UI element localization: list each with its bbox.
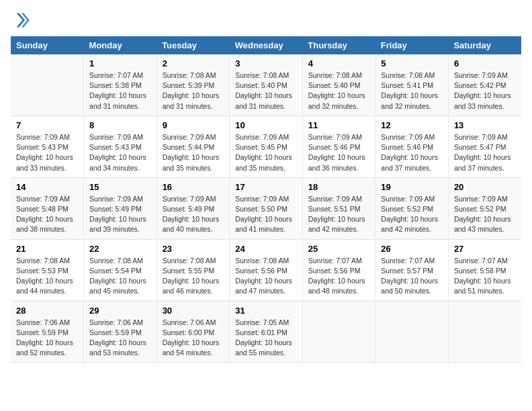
cell-content: Sunrise: 7:08 AMSunset: 5:41 PMDaylight:… (381, 71, 443, 111)
cell-content: Sunrise: 7:07 AMSunset: 5:58 PMDaylight:… (454, 256, 516, 297)
day-number: 19 (381, 182, 443, 192)
day-number: 27 (454, 244, 516, 254)
cell-content: Sunrise: 7:09 AMSunset: 5:49 PMDaylight:… (163, 194, 224, 235)
day-number: 18 (308, 182, 370, 192)
cell-content: Sunrise: 7:08 AMSunset: 5:40 PMDaylight:… (308, 71, 370, 111)
day-number: 13 (454, 120, 516, 130)
cell-content: Sunrise: 7:08 AMSunset: 5:56 PMDaylight:… (235, 256, 297, 297)
cell-content: Sunrise: 7:08 AMSunset: 5:40 PMDaylight:… (235, 71, 297, 111)
cell-content: Sunrise: 7:09 AMSunset: 5:44 PMDaylight:… (163, 132, 224, 173)
calendar-cell: 19Sunrise: 7:09 AMSunset: 5:52 PMDayligh… (375, 177, 449, 239)
cell-content: Sunrise: 7:09 AMSunset: 5:46 PMDaylight:… (381, 132, 443, 173)
calendar-cell: 13Sunrise: 7:09 AMSunset: 5:47 PMDayligh… (448, 116, 521, 177)
calendar-cell (375, 301, 449, 363)
calendar-cell: 21Sunrise: 7:08 AMSunset: 5:53 PMDayligh… (11, 239, 84, 301)
header-cell-sunday: Sunday (11, 36, 84, 54)
day-number: 2 (163, 58, 224, 68)
day-number: 5 (381, 58, 443, 68)
calendar-header: SundayMondayTuesdayWednesdayThursdayFrid… (11, 36, 521, 54)
calendar-cell: 1Sunrise: 7:07 AMSunset: 5:38 PMDaylight… (84, 54, 157, 116)
day-number: 23 (163, 244, 224, 254)
week-row-1: 7Sunrise: 7:09 AMSunset: 5:43 PMDaylight… (11, 116, 521, 177)
calendar-cell: 4Sunrise: 7:08 AMSunset: 5:40 PMDaylight… (302, 54, 375, 116)
calendar-cell: 10Sunrise: 7:09 AMSunset: 5:45 PMDayligh… (230, 116, 303, 177)
cell-content: Sunrise: 7:09 AMSunset: 5:52 PMDaylight:… (454, 194, 516, 235)
day-number: 9 (163, 120, 224, 130)
cell-content: Sunrise: 7:09 AMSunset: 5:49 PMDaylight:… (89, 194, 151, 235)
header-cell-monday: Monday (84, 36, 157, 54)
day-number: 26 (381, 244, 443, 254)
day-number: 21 (16, 244, 78, 254)
calendar-cell: 7Sunrise: 7:09 AMSunset: 5:43 PMDaylight… (11, 116, 84, 177)
calendar-table: SundayMondayTuesdayWednesdayThursdayFrid… (11, 36, 521, 363)
calendar-cell: 17Sunrise: 7:09 AMSunset: 5:50 PMDayligh… (230, 177, 303, 239)
header-cell-saturday: Saturday (448, 36, 521, 54)
day-number: 17 (235, 182, 297, 192)
cell-content: Sunrise: 7:05 AMSunset: 6:01 PMDaylight:… (235, 318, 297, 359)
calendar-cell: 3Sunrise: 7:08 AMSunset: 5:40 PMDaylight… (230, 54, 303, 116)
day-number: 24 (235, 244, 297, 254)
day-number: 3 (235, 58, 297, 68)
week-row-2: 14Sunrise: 7:09 AMSunset: 5:48 PMDayligh… (11, 177, 521, 239)
calendar-cell: 29Sunrise: 7:06 AMSunset: 5:59 PMDayligh… (84, 301, 157, 363)
calendar-cell: 25Sunrise: 7:07 AMSunset: 5:56 PMDayligh… (302, 239, 375, 301)
cell-content: Sunrise: 7:09 AMSunset: 5:48 PMDaylight:… (16, 194, 78, 235)
cell-content: Sunrise: 7:07 AMSunset: 5:38 PMDaylight:… (89, 71, 151, 111)
day-number: 11 (308, 120, 370, 130)
day-number: 28 (16, 306, 78, 316)
cell-content: Sunrise: 7:09 AMSunset: 5:45 PMDaylight:… (235, 132, 297, 173)
calendar-cell: 14Sunrise: 7:09 AMSunset: 5:48 PMDayligh… (11, 177, 84, 239)
day-number: 8 (89, 120, 151, 130)
header-row: SundayMondayTuesdayWednesdayThursdayFrid… (11, 36, 521, 54)
calendar-cell: 16Sunrise: 7:09 AMSunset: 5:49 PMDayligh… (157, 177, 230, 239)
calendar-cell: 20Sunrise: 7:09 AMSunset: 5:52 PMDayligh… (448, 177, 521, 239)
day-number: 1 (89, 58, 151, 68)
cell-content: Sunrise: 7:07 AMSunset: 5:56 PMDaylight:… (308, 256, 370, 297)
calendar-cell: 26Sunrise: 7:07 AMSunset: 5:57 PMDayligh… (375, 239, 449, 301)
logo-icon (11, 11, 30, 30)
cell-content: Sunrise: 7:09 AMSunset: 5:43 PMDaylight:… (89, 132, 151, 173)
cell-content: Sunrise: 7:06 AMSunset: 5:59 PMDaylight:… (89, 318, 151, 359)
calendar-cell: 27Sunrise: 7:07 AMSunset: 5:58 PMDayligh… (448, 239, 521, 301)
cell-content: Sunrise: 7:08 AMSunset: 5:53 PMDaylight:… (16, 256, 78, 297)
calendar-cell: 23Sunrise: 7:08 AMSunset: 5:55 PMDayligh… (157, 239, 230, 301)
cell-content: Sunrise: 7:09 AMSunset: 5:43 PMDaylight:… (16, 132, 78, 173)
calendar-cell: 11Sunrise: 7:09 AMSunset: 5:46 PMDayligh… (302, 116, 375, 177)
cell-content: Sunrise: 7:06 AMSunset: 5:59 PMDaylight:… (16, 318, 78, 359)
day-number: 14 (16, 182, 78, 192)
cell-content: Sunrise: 7:09 AMSunset: 5:42 PMDaylight:… (454, 71, 516, 111)
cell-content: Sunrise: 7:09 AMSunset: 5:46 PMDaylight:… (308, 132, 370, 173)
header-cell-friday: Friday (375, 36, 449, 54)
day-number: 22 (89, 244, 151, 254)
calendar-cell: 9Sunrise: 7:09 AMSunset: 5:44 PMDaylight… (157, 116, 230, 177)
header-cell-thursday: Thursday (302, 36, 375, 54)
calendar-cell: 24Sunrise: 7:08 AMSunset: 5:56 PMDayligh… (230, 239, 303, 301)
cell-content: Sunrise: 7:07 AMSunset: 5:57 PMDaylight:… (381, 256, 443, 297)
day-number: 20 (454, 182, 516, 192)
calendar-cell: 2Sunrise: 7:08 AMSunset: 5:39 PMDaylight… (157, 54, 230, 116)
calendar-cell: 12Sunrise: 7:09 AMSunset: 5:46 PMDayligh… (375, 116, 449, 177)
cell-content: Sunrise: 7:08 AMSunset: 5:54 PMDaylight:… (89, 256, 151, 297)
calendar-cell: 22Sunrise: 7:08 AMSunset: 5:54 PMDayligh… (84, 239, 157, 301)
calendar-cell: 31Sunrise: 7:05 AMSunset: 6:01 PMDayligh… (230, 301, 303, 363)
logo (11, 11, 32, 30)
week-row-4: 28Sunrise: 7:06 AMSunset: 5:59 PMDayligh… (11, 301, 521, 363)
cell-content: Sunrise: 7:08 AMSunset: 5:39 PMDaylight:… (163, 71, 224, 111)
header (11, 11, 521, 30)
day-number: 7 (16, 120, 78, 130)
svg-rect-0 (11, 11, 30, 30)
calendar-cell: 18Sunrise: 7:09 AMSunset: 5:51 PMDayligh… (302, 177, 375, 239)
cell-content: Sunrise: 7:09 AMSunset: 5:52 PMDaylight:… (381, 194, 443, 235)
day-number: 15 (89, 182, 151, 192)
cell-content: Sunrise: 7:06 AMSunset: 6:00 PMDaylight:… (163, 318, 224, 359)
day-number: 12 (381, 120, 443, 130)
calendar-cell: 15Sunrise: 7:09 AMSunset: 5:49 PMDayligh… (84, 177, 157, 239)
day-number: 4 (308, 58, 370, 68)
calendar-cell: 8Sunrise: 7:09 AMSunset: 5:43 PMDaylight… (84, 116, 157, 177)
week-row-3: 21Sunrise: 7:08 AMSunset: 5:53 PMDayligh… (11, 239, 521, 301)
day-number: 16 (163, 182, 224, 192)
week-row-0: 1Sunrise: 7:07 AMSunset: 5:38 PMDaylight… (11, 54, 521, 116)
cell-content: Sunrise: 7:09 AMSunset: 5:47 PMDaylight:… (454, 132, 516, 173)
header-cell-wednesday: Wednesday (230, 36, 303, 54)
cell-content: Sunrise: 7:08 AMSunset: 5:55 PMDaylight:… (163, 256, 224, 297)
